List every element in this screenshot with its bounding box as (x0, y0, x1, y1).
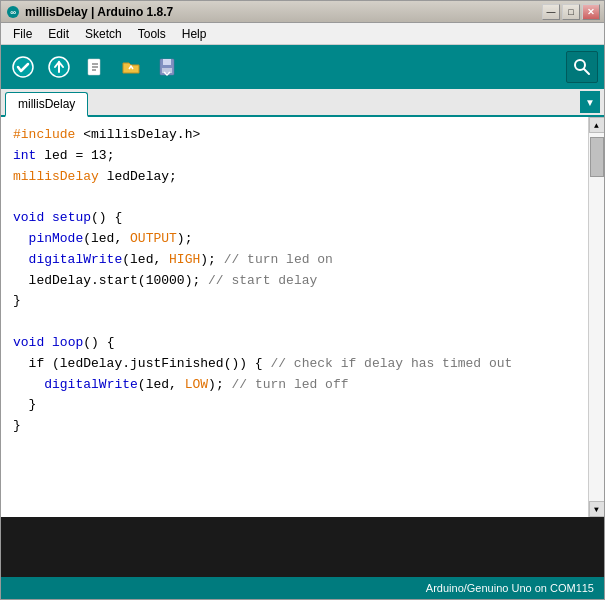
menu-edit[interactable]: Edit (40, 25, 77, 43)
status-bar: Arduino/Genuino Uno on COM115 (1, 577, 604, 599)
editor-container: #include <millisDelay.h> int led = 13; m… (1, 117, 604, 517)
scroll-track[interactable] (589, 133, 604, 501)
menu-tools[interactable]: Tools (130, 25, 174, 43)
new-button[interactable] (79, 51, 111, 83)
save-button[interactable] (151, 51, 183, 83)
tab-dropdown-button[interactable]: ▼ (580, 91, 600, 113)
svg-point-2 (13, 57, 33, 77)
toolbar (1, 45, 604, 89)
scroll-up-arrow[interactable]: ▲ (589, 117, 605, 133)
search-button[interactable] (566, 51, 598, 83)
window-controls: — □ ✕ (542, 4, 600, 20)
app-icon: ∞ (5, 4, 21, 20)
window-title: millisDelay | Arduino 1.8.7 (25, 5, 542, 19)
tab-bar: millisDelay ▼ (1, 89, 604, 117)
maximize-button[interactable]: □ (562, 4, 580, 20)
verify-button[interactable] (7, 51, 39, 83)
toolbar-search (566, 51, 598, 83)
upload-button[interactable] (43, 51, 75, 83)
status-text: Arduino/Genuino Uno on COM115 (426, 582, 594, 594)
tab-millisdelay[interactable]: millisDelay (5, 92, 88, 117)
scroll-down-arrow[interactable]: ▼ (589, 501, 605, 517)
main-window: ∞ millisDelay | Arduino 1.8.7 — □ ✕ File… (0, 0, 605, 600)
menu-help[interactable]: Help (174, 25, 215, 43)
console-area (1, 517, 604, 577)
menu-file[interactable]: File (5, 25, 40, 43)
svg-line-13 (584, 69, 589, 74)
scroll-thumb[interactable] (590, 137, 604, 177)
menu-sketch[interactable]: Sketch (77, 25, 130, 43)
code-editor[interactable]: #include <millisDelay.h> int led = 13; m… (1, 117, 588, 517)
svg-rect-10 (163, 59, 171, 65)
svg-text:∞: ∞ (10, 8, 16, 17)
menu-bar: File Edit Sketch Tools Help (1, 23, 604, 45)
svg-rect-11 (162, 68, 172, 73)
minimize-button[interactable]: — (542, 4, 560, 20)
close-button[interactable]: ✕ (582, 4, 600, 20)
open-button[interactable] (115, 51, 147, 83)
scrollbar-vertical[interactable]: ▲ ▼ (588, 117, 604, 517)
title-bar: ∞ millisDelay | Arduino 1.8.7 — □ ✕ (1, 1, 604, 23)
